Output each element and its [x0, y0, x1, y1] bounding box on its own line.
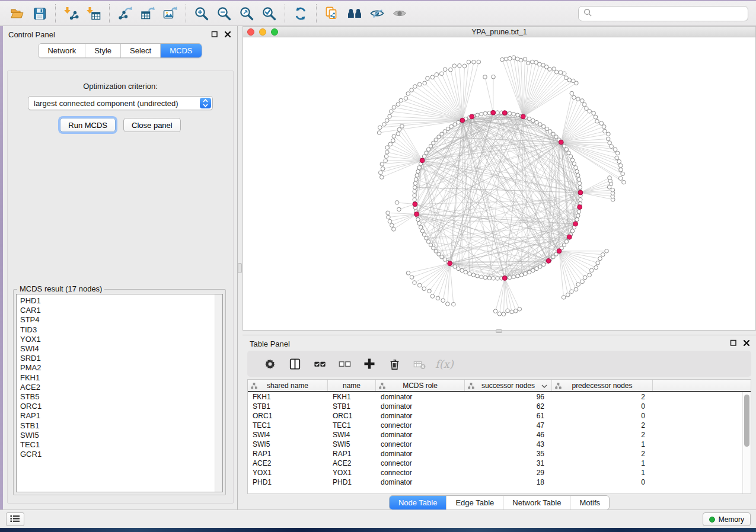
graph-leaf-node[interactable] [608, 141, 612, 145]
graph-node[interactable] [446, 127, 449, 130]
graph-leaf-node[interactable] [580, 280, 585, 284]
network-view-titlebar[interactable]: YPA_prune.txt_1 [243, 27, 755, 37]
float-panel-icon[interactable] [730, 339, 737, 347]
graph-leaf-node[interactable] [396, 132, 400, 136]
graph-mcds-hub-node[interactable] [420, 158, 425, 163]
column-header-name[interactable]: name [328, 380, 376, 391]
graph-node[interactable] [437, 252, 441, 256]
graph-node[interactable] [562, 243, 566, 246]
graph-mcds-hub-node[interactable] [491, 110, 496, 115]
graph-leaf-node[interactable] [518, 307, 522, 311]
graph-node[interactable] [508, 111, 511, 115]
graph-mcds-hub-node[interactable] [521, 114, 525, 119]
show-all-button[interactable] [388, 4, 411, 24]
mcds-result-item[interactable]: PMA2 [20, 363, 222, 373]
zoom-selected-button[interactable] [258, 4, 280, 24]
table-row[interactable]: FKH1FKH1dominator962 [248, 392, 751, 402]
graph-node[interactable] [538, 123, 542, 126]
graph-node[interactable] [417, 166, 421, 169]
graph-leaf-node[interactable] [576, 97, 580, 101]
graph-leaf-node[interactable] [385, 150, 390, 155]
table-row[interactable]: YOX1YOX1connector291 [248, 468, 751, 477]
graph-leaf-node[interactable] [622, 180, 626, 184]
mcds-result-item[interactable]: RAP1 [20, 411, 222, 421]
graph-node[interactable] [476, 274, 479, 278]
graph-leaf-node[interactable] [602, 125, 606, 129]
graph-leaf-node[interactable] [378, 171, 382, 175]
memory-status-button[interactable]: Memory [703, 512, 751, 526]
find-button[interactable] [343, 4, 366, 24]
graph-node[interactable] [453, 123, 457, 126]
zoom-out-button[interactable] [213, 4, 235, 24]
graph-node[interactable] [419, 225, 422, 229]
mcds-result-item[interactable]: SWI4 [20, 344, 222, 354]
open-file-button[interactable] [6, 4, 28, 24]
graph-node[interactable] [443, 258, 446, 261]
graph-node[interactable] [479, 275, 483, 278]
graph-node[interactable] [531, 268, 535, 272]
graph-node[interactable] [414, 177, 417, 181]
graph-leaf-node[interactable] [422, 287, 426, 291]
graph-leaf-node[interactable] [448, 68, 452, 72]
table-settings-button[interactable] [257, 353, 282, 374]
graph-leaf-node[interactable] [397, 207, 401, 211]
tab-select[interactable]: Select [121, 44, 161, 57]
graph-leaf-node[interactable] [472, 60, 476, 64]
graph-leaf-node[interactable] [595, 119, 599, 123]
graph-leaf-node[interactable] [406, 92, 410, 96]
column-header-predecessor-nodes[interactable]: predecessor nodes [552, 380, 653, 391]
graph-node[interactable] [516, 274, 519, 278]
graph-node[interactable] [413, 198, 416, 201]
export-table-button[interactable] [136, 4, 159, 24]
graph-leaf-node[interactable] [397, 127, 401, 132]
graph-leaf-node[interactable] [492, 75, 496, 79]
graph-node[interactable] [443, 130, 446, 133]
search-input[interactable] [596, 9, 743, 18]
graph-leaf-node[interactable] [572, 95, 576, 100]
window-close-light[interactable] [247, 28, 254, 36]
export-network-button[interactable] [114, 4, 136, 24]
graph-node[interactable] [576, 174, 580, 177]
graph-node[interactable] [577, 210, 580, 213]
graph-leaf-node[interactable] [559, 70, 563, 75]
graph-node[interactable] [551, 255, 555, 259]
tab-edge-table[interactable]: Edge Table [446, 496, 503, 509]
select-all-rows-button[interactable] [307, 353, 332, 374]
graph-leaf-node[interactable] [384, 155, 388, 159]
graph-leaf-node[interactable] [382, 123, 387, 127]
graph-leaf-node[interactable] [423, 81, 427, 85]
graph-leaf-node[interactable] [462, 64, 467, 68]
graph-mcds-hub-node[interactable] [573, 222, 578, 226]
mcds-result-item[interactable]: STB5 [20, 392, 222, 402]
graph-node[interactable] [426, 148, 430, 151]
delete-column-button[interactable] [382, 353, 407, 374]
export-image-button[interactable] [159, 4, 181, 24]
graph-leaf-node[interactable] [435, 73, 439, 77]
graph-leaf-node[interactable] [619, 168, 623, 172]
graph-leaf-node[interactable] [530, 60, 534, 64]
graph-node[interactable] [425, 236, 428, 240]
graph-leaf-node[interactable] [417, 283, 422, 287]
graph-leaf-node[interactable] [606, 137, 610, 141]
graph-leaf-node[interactable] [452, 64, 457, 68]
graph-node[interactable] [531, 118, 535, 122]
graph-leaf-node[interactable] [598, 257, 602, 261]
column-header-MCDS-role[interactable]: MCDS role [376, 380, 465, 391]
graph-leaf-node[interactable] [400, 124, 404, 129]
graph-node[interactable] [483, 111, 487, 115]
tab-node-table[interactable]: Node Table [390, 496, 447, 509]
save-session-button[interactable] [28, 4, 51, 24]
graph-leaf-node[interactable] [388, 114, 392, 118]
graph-leaf-node[interactable] [611, 188, 615, 192]
graph-leaf-node[interactable] [392, 227, 396, 232]
graph-mcds-hub-node[interactable] [413, 202, 417, 207]
graph-leaf-node[interactable] [395, 201, 399, 205]
mcds-result-item[interactable]: YOX1 [20, 335, 222, 344]
graph-leaf-node[interactable] [451, 302, 455, 306]
mcds-result-item[interactable]: TEC1 [20, 440, 222, 450]
graph-node[interactable] [496, 277, 499, 280]
close-panel-icon[interactable] [224, 31, 231, 38]
graph-node[interactable] [457, 267, 460, 270]
graph-leaf-node[interactable] [588, 110, 592, 114]
mcds-result-item[interactable]: FKH1 [20, 373, 222, 383]
